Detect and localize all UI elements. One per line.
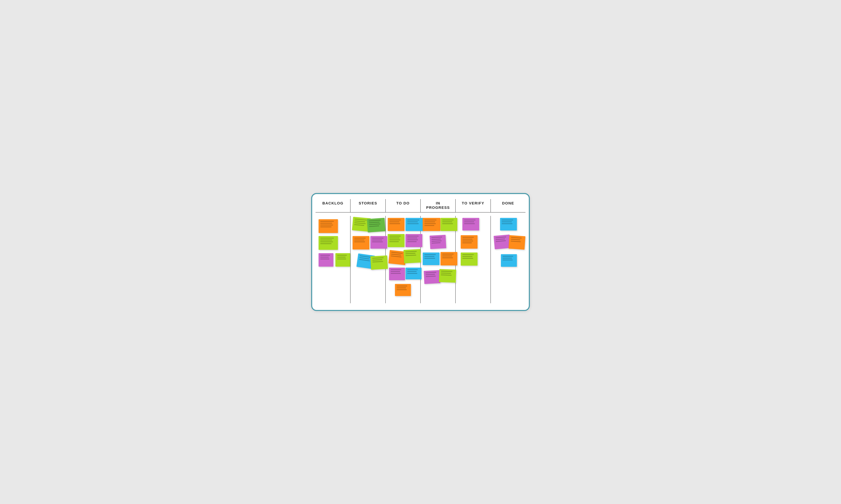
sticky-note[interactable] [509, 235, 525, 250]
sticky-note[interactable] [423, 218, 440, 231]
note-line [424, 221, 435, 222]
note-line [424, 220, 436, 220]
sticky-note[interactable] [404, 249, 421, 263]
sticky-note[interactable] [319, 253, 333, 267]
sticky-note[interactable] [406, 268, 422, 280]
sticky-note[interactable] [494, 235, 511, 249]
note-line [464, 223, 475, 224]
note-line [354, 241, 365, 242]
note-line [320, 255, 330, 256]
note-line [407, 271, 417, 272]
note-line [405, 255, 416, 256]
note-line [391, 271, 400, 272]
col-header-todo: TO DO [386, 199, 420, 212]
note-line [372, 259, 382, 260]
note-line [389, 239, 400, 240]
note-line [320, 241, 333, 242]
note-line [426, 276, 436, 277]
sticky-note[interactable] [461, 252, 478, 266]
sticky-note[interactable] [371, 236, 387, 249]
note-line [320, 243, 331, 244]
note-line [320, 257, 329, 257]
note-line [511, 237, 521, 238]
note-line [372, 257, 384, 259]
sticky-note[interactable] [423, 252, 440, 265]
note-line [320, 238, 334, 238]
note-line [354, 224, 364, 226]
sticky-note[interactable] [388, 218, 405, 231]
note-line [369, 222, 380, 223]
note-line [337, 257, 346, 257]
note-line [464, 221, 474, 222]
note-line [502, 223, 513, 224]
note-line [391, 254, 401, 255]
note-line [442, 255, 452, 256]
note-line [502, 259, 513, 260]
note-line [391, 269, 401, 270]
sticky-note[interactable] [367, 218, 385, 232]
sticky-note[interactable] [430, 235, 446, 249]
note-line [432, 240, 442, 242]
note-line [431, 237, 442, 238]
note-line [369, 220, 381, 221]
note-line [391, 252, 402, 254]
note-line [441, 274, 452, 276]
note-line [462, 237, 474, 238]
note-line [424, 225, 434, 226]
sticky-note[interactable] [424, 270, 440, 284]
sticky-note[interactable] [395, 284, 411, 296]
note-line [407, 237, 417, 238]
note-line [355, 219, 367, 220]
note-line [320, 223, 332, 223]
note-line [426, 274, 435, 275]
sticky-note[interactable] [441, 218, 457, 231]
sticky-note[interactable] [371, 255, 388, 270]
note-line [320, 224, 333, 226]
note-line [391, 255, 401, 257]
sticky-note[interactable] [462, 218, 479, 231]
note-line [502, 256, 513, 257]
sticky-note[interactable] [500, 218, 517, 231]
note-line [426, 272, 436, 273]
note-line [464, 220, 476, 220]
sticky-note[interactable] [461, 235, 478, 249]
note-line [407, 273, 417, 274]
note-line [372, 238, 383, 238]
sticky-note[interactable] [336, 253, 350, 267]
col-backlog [315, 216, 350, 303]
sticky-note[interactable] [439, 269, 456, 283]
sticky-note[interactable] [441, 252, 457, 266]
note-line [441, 273, 451, 274]
note-line [405, 253, 415, 254]
sticky-note[interactable] [501, 254, 517, 267]
sticky-note[interactable] [319, 219, 338, 233]
note-line [320, 227, 331, 227]
note-line [442, 221, 452, 222]
note-line [462, 256, 473, 257]
note-line [495, 236, 506, 238]
note-line [320, 258, 329, 259]
kanban-board: BACKLOGSTORIESTO DOINPROGRESSTO VERIFYDO… [311, 193, 530, 311]
note-line [389, 221, 399, 222]
sticky-note[interactable] [353, 236, 370, 250]
note-line [389, 236, 401, 236]
sticky-note[interactable] [406, 218, 423, 231]
note-line [502, 220, 513, 220]
note-line [424, 254, 436, 255]
note-line [502, 258, 512, 258]
sticky-note[interactable] [389, 268, 405, 280]
col-toverify [456, 216, 491, 303]
note-line [389, 237, 399, 238]
note-line [372, 241, 383, 242]
note-line [462, 242, 472, 243]
note-line [407, 269, 418, 270]
sticky-note[interactable] [406, 234, 422, 247]
sticky-note[interactable] [319, 236, 338, 250]
note-line [389, 220, 401, 220]
note-line [397, 287, 406, 288]
sticky-note[interactable] [388, 234, 405, 247]
note-line [407, 221, 418, 222]
col-done [491, 216, 526, 303]
col-header-backlog: BACKLOG [315, 199, 350, 212]
note-line [369, 223, 380, 225]
